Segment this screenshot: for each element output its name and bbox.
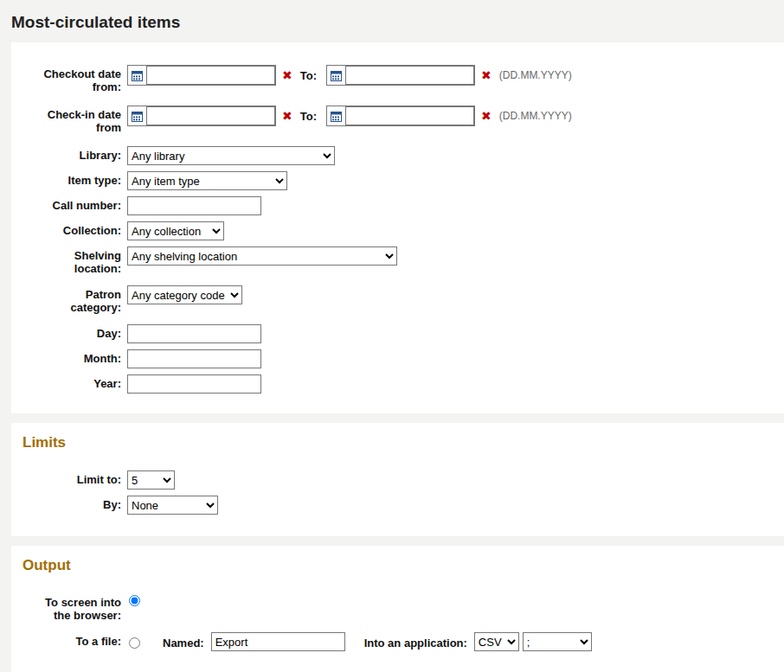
shelving-location-select[interactable]: Any shelving location bbox=[127, 246, 397, 266]
library-label: Library: bbox=[11, 146, 121, 162]
day-row: Day: bbox=[11, 324, 784, 343]
day-label: Day: bbox=[11, 324, 121, 340]
output-file-row: To a file: Named: Into an application: C… bbox=[11, 632, 784, 651]
delimiter-select[interactable]: ; bbox=[523, 632, 592, 651]
into-application-label: Into an application: bbox=[364, 635, 467, 650]
checkin-date-row: Check-in date from ✖ To: ✖ (DD.MM bbox=[11, 106, 784, 134]
checkout-date-label: Checkout date from: bbox=[11, 65, 121, 93]
call-number-label: Call number: bbox=[11, 196, 121, 212]
item-type-label: Item type: bbox=[11, 171, 121, 187]
clear-date-icon[interactable]: ✖ bbox=[481, 110, 492, 122]
calendar-icon[interactable] bbox=[132, 70, 143, 81]
clear-date-icon[interactable]: ✖ bbox=[282, 69, 292, 81]
checkout-date-row: Checkout date from: ✖ To: ✖ (DD.M bbox=[11, 65, 784, 93]
clear-date-icon[interactable]: ✖ bbox=[481, 69, 492, 81]
limit-by-select[interactable]: None bbox=[127, 496, 218, 515]
checkout-date-to-input[interactable] bbox=[345, 66, 474, 85]
collection-select[interactable]: Any collection bbox=[127, 221, 224, 240]
output-screen-row: To screen into the browser: bbox=[11, 593, 784, 622]
year-row: Year: bbox=[11, 374, 784, 394]
checkin-to-datebox[interactable] bbox=[326, 106, 475, 126]
item-type-row: Item type: Any item type bbox=[11, 171, 784, 190]
month-label: Month: bbox=[11, 349, 121, 365]
clear-date-icon[interactable]: ✖ bbox=[282, 110, 292, 122]
limits-heading: Limits bbox=[22, 434, 784, 451]
calendar-icon[interactable] bbox=[331, 70, 342, 81]
checkin-date-to-input[interactable] bbox=[345, 106, 474, 125]
to-file-radio[interactable] bbox=[129, 637, 140, 649]
calendar-icon[interactable] bbox=[132, 111, 143, 122]
checkin-to-label: To: bbox=[300, 110, 317, 123]
application-select[interactable]: CSV bbox=[474, 632, 519, 651]
collection-label: Collection: bbox=[11, 221, 121, 237]
limit-to-label: Limit to: bbox=[11, 470, 121, 486]
year-label: Year: bbox=[11, 374, 121, 390]
output-heading: Output bbox=[22, 557, 784, 574]
to-file-label: To a file: bbox=[11, 632, 121, 648]
limit-to-select[interactable]: 5 bbox=[127, 470, 175, 490]
criteria-panel: Checkout date from: ✖ To: ✖ (DD.M bbox=[11, 42, 784, 413]
checkin-date-label: Check-in date from bbox=[11, 106, 121, 134]
checkout-to-label: To: bbox=[300, 69, 317, 82]
month-row: Month: bbox=[11, 349, 784, 368]
collection-row: Collection: Any collection bbox=[11, 221, 784, 240]
to-screen-label: To screen into the browser: bbox=[11, 593, 121, 622]
checkin-from-datebox[interactable] bbox=[127, 106, 276, 126]
call-number-row: Call number: bbox=[11, 196, 784, 215]
month-input[interactable] bbox=[127, 349, 261, 368]
patron-category-label: Patron category: bbox=[11, 285, 121, 314]
day-input[interactable] bbox=[127, 324, 261, 343]
date-format-hint: (DD.MM.YYYY) bbox=[499, 69, 572, 81]
checkout-date-from-input[interactable] bbox=[146, 66, 275, 85]
calendar-icon[interactable] bbox=[331, 111, 342, 122]
named-label: Named: bbox=[163, 635, 204, 650]
shelving-location-label: Shelving location: bbox=[11, 246, 121, 275]
item-type-select[interactable]: Any item type bbox=[127, 171, 287, 190]
patron-category-select[interactable]: Any category code bbox=[127, 285, 242, 304]
limit-by-row: By: None bbox=[11, 496, 784, 515]
shelving-location-row: Shelving location: Any shelving location bbox=[11, 246, 784, 275]
most-circulated-report-page: Most-circulated items Checkout date from… bbox=[0, 0, 784, 672]
checkout-to-datebox[interactable] bbox=[326, 65, 475, 86]
date-format-hint: (DD.MM.YYYY) bbox=[499, 110, 572, 122]
call-number-input[interactable] bbox=[127, 196, 261, 215]
checkin-date-from-input[interactable] bbox=[146, 106, 275, 125]
library-select[interactable]: Any library bbox=[127, 146, 335, 165]
page-title: Most-circulated items bbox=[0, 0, 784, 42]
patron-category-row: Patron category: Any category code bbox=[11, 285, 784, 314]
file-name-input[interactable] bbox=[211, 632, 345, 651]
library-row: Library: Any library bbox=[11, 146, 784, 165]
limit-to-row: Limit to: 5 bbox=[11, 470, 784, 490]
to-screen-radio[interactable] bbox=[129, 595, 140, 606]
checkout-from-datebox[interactable] bbox=[127, 65, 276, 86]
output-panel: Output To screen into the browser: To a … bbox=[11, 546, 784, 672]
year-input[interactable] bbox=[127, 374, 261, 394]
limits-panel: Limits Limit to: 5 By: None bbox=[11, 423, 784, 536]
limit-by-label: By: bbox=[11, 496, 121, 511]
